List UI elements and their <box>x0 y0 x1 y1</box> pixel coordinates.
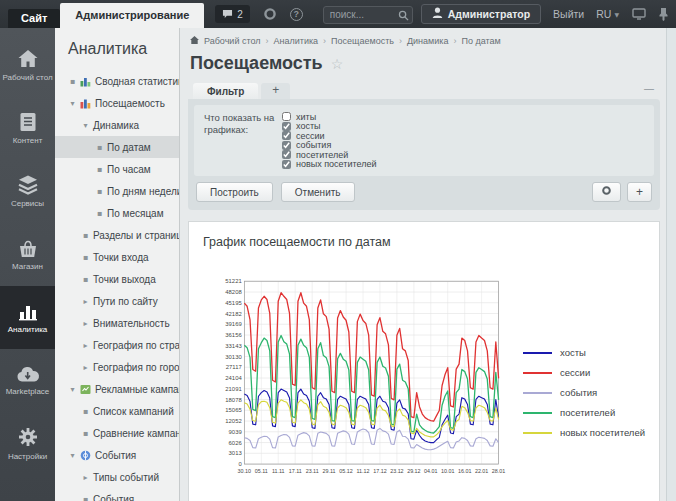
filter-checkbox[interactable] <box>282 150 291 159</box>
breadcrumb-item[interactable]: Рабочий стол <box>204 36 261 46</box>
sidebar-item-label: Сравнение кампаний <box>93 428 180 439</box>
sidebar-item[interactable]: ▪Точки входа <box>55 246 179 268</box>
filter-option[interactable]: события <box>282 141 376 151</box>
breadcrumb-item[interactable]: Динамика <box>407 36 448 46</box>
bullet-icon: ▪ <box>81 253 90 262</box>
sidebar-item[interactable]: ▪По месяцам <box>55 202 179 224</box>
svg-text:51221: 51221 <box>225 278 241 284</box>
sidebar-item[interactable]: ▸Типы событий <box>55 466 179 488</box>
pin-icon[interactable] <box>659 8 668 21</box>
sidebar-item[interactable]: ▪События <box>55 488 179 501</box>
rail-item-marketplace[interactable]: Marketplace <box>0 349 55 412</box>
filter-checkbox[interactable] <box>282 160 291 169</box>
svg-text:21091: 21091 <box>225 386 241 392</box>
rail-item-shop[interactable]: Магазин <box>0 223 55 286</box>
sidebar-title: Аналитика <box>55 28 179 70</box>
events-icon <box>80 450 91 461</box>
sidebar-item[interactable]: ▸География по странам <box>55 334 179 356</box>
filter-settings-button[interactable] <box>592 182 621 202</box>
breadcrumb-item[interactable]: По датам <box>461 36 500 46</box>
sidebar-item[interactable]: ▸География по городам <box>55 356 179 378</box>
chevron-down-icon: ▾ <box>68 385 77 394</box>
breadcrumb-separator: › <box>266 36 269 46</box>
filter-option[interactable]: посетителей <box>282 150 376 160</box>
add-field-button[interactable]: + <box>627 182 652 202</box>
search-icon[interactable] <box>398 7 409 25</box>
rail-item-content[interactable]: Контент <box>0 97 55 160</box>
tab-filter[interactable]: Фильтр <box>193 83 258 99</box>
language-selector[interactable]: RU ▼ <box>596 8 619 20</box>
chevron-down-icon: ▾ <box>68 99 77 108</box>
rail-item-analytics[interactable]: Аналитика <box>0 286 55 349</box>
sidebar-item[interactable]: ▪Сравнение кампаний <box>55 422 179 444</box>
sidebar-item[interactable]: ▪Список кампаний <box>55 400 179 422</box>
svg-text:16.01: 16.01 <box>458 468 471 474</box>
legend-color-line <box>523 392 552 394</box>
build-button[interactable]: Построить <box>196 182 273 202</box>
gear-icon <box>17 426 39 448</box>
sidebar-item-label: Динамика <box>93 120 139 131</box>
chevron-down-icon: ▾ <box>81 121 90 130</box>
layers-icon <box>17 175 39 195</box>
filter-checkbox[interactable] <box>282 141 291 150</box>
filter-tabs: Фильтр + — <box>188 83 660 99</box>
svg-text:36156: 36156 <box>225 332 242 338</box>
breadcrumb-home-icon[interactable] <box>190 36 199 46</box>
rail-item-services[interactable]: Сервисы <box>0 160 55 223</box>
minimize-filter-icon[interactable]: — <box>644 83 654 94</box>
sidebar-item[interactable]: ▪Разделы и страницы <box>55 224 179 246</box>
cancel-button[interactable]: Отменить <box>281 182 355 202</box>
tab-admin[interactable]: Администрирование <box>60 3 204 28</box>
legend-label: сессии <box>560 367 590 378</box>
vertical-scrollbar[interactable] <box>666 28 676 501</box>
basket-icon <box>17 238 39 258</box>
rail-item-label: Marketplace <box>4 387 52 396</box>
help-icon[interactable]: ? <box>290 8 303 21</box>
desktop-view-icon[interactable] <box>632 8 646 20</box>
breadcrumb-item[interactable]: Посещаемость <box>331 36 394 46</box>
page-head: Посещаемость ☆ <box>188 46 660 83</box>
rail-item-settings[interactable]: Настройки <box>0 412 55 475</box>
svg-text:23.11: 23.11 <box>306 468 319 474</box>
filter-option[interactable]: сессии <box>282 131 376 141</box>
svg-text:23.12: 23.12 <box>390 468 403 474</box>
settings-gear-icon[interactable] <box>263 7 277 21</box>
sidebar-item[interactable]: ▸Пути по сайту <box>55 290 179 312</box>
svg-text:33143: 33143 <box>225 343 242 349</box>
notifications-button[interactable]: 2 <box>215 5 250 23</box>
filter-checkbox[interactable] <box>282 122 291 131</box>
filter-fields: Что показать на графиках: хитыхостысесси… <box>194 105 654 176</box>
sidebar-menu: ▪Сводная статистика▾Посещаемость▾Динамик… <box>55 70 179 501</box>
legend-color-line <box>523 372 552 374</box>
tab-site[interactable]: Сайт <box>8 9 60 28</box>
legend-color-line <box>523 432 552 434</box>
sidebar-item[interactable]: ▪По дням недели <box>55 180 179 202</box>
filter-option[interactable]: новых посетителей <box>282 160 376 170</box>
campaigns-icon <box>80 384 91 395</box>
filter-checkbox[interactable] <box>282 112 291 121</box>
svg-text:6026: 6026 <box>229 440 243 446</box>
sidebar-item[interactable]: ▸Внимательность <box>55 312 179 334</box>
sidebar-item[interactable]: ▪По датам <box>55 136 179 158</box>
favorite-star-icon[interactable]: ☆ <box>331 56 344 72</box>
breadcrumb-item[interactable]: Аналитика <box>274 36 319 46</box>
sidebar-item[interactable]: ▪Точки выхода <box>55 268 179 290</box>
sidebar-item[interactable]: ▾Динамика <box>55 114 179 136</box>
rail-item-desktop[interactable]: Рабочий стол <box>0 34 55 97</box>
sidebar-item[interactable]: ▾Рекламные кампании <box>55 378 179 400</box>
filter-option[interactable]: хиты <box>282 112 376 122</box>
user-button[interactable]: Администратор <box>421 4 541 24</box>
sidebar-item[interactable]: ▾События <box>55 444 179 466</box>
add-filter-tab-button[interactable]: + <box>261 83 290 99</box>
svg-text:48208: 48208 <box>225 289 242 295</box>
svg-text:15065: 15065 <box>225 407 242 413</box>
summary-stats-icon <box>80 76 91 87</box>
document-icon <box>19 112 37 132</box>
sidebar-item[interactable]: ▪По часам <box>55 158 179 180</box>
sidebar-item[interactable]: ▪Сводная статистика <box>55 70 179 92</box>
filter-option[interactable]: хосты <box>282 122 376 132</box>
logout-link[interactable]: Выйти <box>553 8 584 20</box>
svg-text:17.12: 17.12 <box>373 468 386 474</box>
sidebar-item[interactable]: ▾Посещаемость <box>55 92 179 114</box>
filter-checkbox[interactable] <box>282 131 291 140</box>
